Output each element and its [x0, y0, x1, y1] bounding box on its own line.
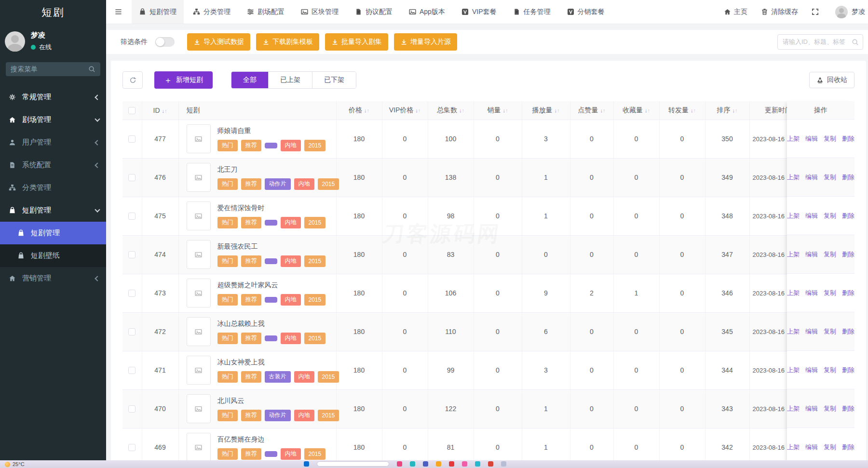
- action-link-上架[interactable]: 上架: [787, 289, 800, 297]
- refresh-button[interactable]: [122, 71, 143, 89]
- taskbar-app-icon[interactable]: [449, 461, 454, 467]
- action-link-上架[interactable]: 上架: [787, 404, 800, 413]
- thumbnail-placeholder[interactable]: [187, 279, 211, 308]
- recycle-bin-button[interactable]: 回收站: [809, 72, 854, 88]
- thumbnail-placeholder[interactable]: [187, 201, 211, 230]
- action-link-上架[interactable]: 上架: [787, 443, 800, 452]
- sort-icons[interactable]: ↓↑: [645, 107, 650, 113]
- navbar-username[interactable]: 梦凌: [852, 8, 868, 16]
- fullscreen-button[interactable]: [805, 0, 828, 24]
- action-link-编辑[interactable]: 编辑: [805, 327, 818, 336]
- action-link-编辑[interactable]: 编辑: [805, 250, 818, 259]
- action-link-删除[interactable]: 删除: [842, 404, 854, 413]
- column-header-ID[interactable]: ID↓↑: [142, 101, 178, 120]
- column-header-销量[interactable]: 销量↓↑: [474, 101, 522, 120]
- action-link-删除[interactable]: 删除: [842, 289, 854, 297]
- sort-icons[interactable]: ↓↑: [503, 107, 508, 113]
- taskbar-app-icon[interactable]: [410, 461, 415, 467]
- column-header-播放量[interactable]: 播放量↓↑: [522, 101, 570, 120]
- taskbar-search[interactable]: [317, 461, 389, 467]
- row-checkbox[interactable]: [128, 135, 136, 143]
- action-link-上架[interactable]: 上架: [787, 250, 800, 259]
- nav-tab-区块管理[interactable]: 区块管理: [294, 0, 346, 24]
- action-link-上架[interactable]: 上架: [787, 327, 800, 336]
- action-link-上架[interactable]: 上架: [787, 173, 800, 182]
- sidebar-item-常规管理[interactable]: 常规管理: [0, 86, 106, 108]
- taskbar-weather[interactable]: 25°C: [5, 461, 25, 467]
- row-checkbox[interactable]: [128, 251, 136, 258]
- sidebar-item-剧场管理[interactable]: 剧场管理: [0, 108, 106, 131]
- taskbar-app-icon[interactable]: [423, 461, 428, 467]
- sort-icons[interactable]: ↓↑: [555, 107, 560, 113]
- action-link-编辑[interactable]: 编辑: [805, 443, 818, 452]
- sort-icons[interactable]: ↓↑: [162, 108, 167, 114]
- sidebar-item-营销管理[interactable]: 营销管理: [0, 267, 106, 290]
- thumbnail-placeholder[interactable]: [187, 356, 211, 385]
- nav-tab-短剧管理[interactable]: 短剧管理: [132, 0, 184, 24]
- nav-tab-分类管理[interactable]: 分类管理: [186, 0, 238, 24]
- import-button-导入测试数据[interactable]: 导入测试数据: [187, 33, 250, 51]
- nav-action-主页[interactable]: 主页: [717, 0, 754, 24]
- row-checkbox[interactable]: [128, 213, 136, 220]
- action-link-删除[interactable]: 删除: [842, 327, 854, 336]
- action-link-删除[interactable]: 删除: [842, 212, 854, 220]
- add-drama-button[interactable]: ＋新增短剧: [154, 71, 213, 89]
- table-search-input[interactable]: 请输入ID、标题、标签: [777, 34, 863, 50]
- action-link-上架[interactable]: 上架: [787, 366, 800, 374]
- row-checkbox[interactable]: [128, 328, 136, 335]
- taskbar-app-icon[interactable]: [304, 461, 309, 467]
- import-button-下载剧集模板[interactable]: 下载剧集模板: [256, 33, 319, 51]
- column-header-转发量[interactable]: 转发量↓↑: [659, 101, 705, 120]
- sidebar-search-input[interactable]: 搜索菜单: [6, 62, 100, 76]
- action-link-复制[interactable]: 复制: [824, 289, 836, 297]
- status-tab-已上架[interactable]: 已上架: [268, 72, 312, 88]
- nav-tab-协议配置[interactable]: 协议配置: [348, 0, 400, 24]
- action-link-复制[interactable]: 复制: [824, 134, 836, 143]
- taskbar-app-icon[interactable]: [488, 461, 493, 467]
- action-link-复制[interactable]: 复制: [824, 443, 836, 452]
- action-link-复制[interactable]: 复制: [824, 404, 836, 413]
- taskbar-app-icon[interactable]: [462, 461, 467, 467]
- import-button-批量导入剧集[interactable]: 批量导入剧集: [325, 33, 388, 51]
- action-link-编辑[interactable]: 编辑: [805, 289, 818, 297]
- nav-tab-App版本[interactable]: App版本: [402, 0, 452, 24]
- sort-icons[interactable]: ↓↑: [459, 107, 464, 113]
- column-header-VIP价格[interactable]: VIP价格↓↑: [382, 101, 428, 120]
- taskbar-app-icon[interactable]: [436, 461, 441, 467]
- action-link-删除[interactable]: 删除: [842, 443, 854, 452]
- thumbnail-placeholder[interactable]: [187, 317, 211, 346]
- row-checkbox[interactable]: [128, 174, 136, 181]
- thumbnail-placeholder[interactable]: [187, 163, 211, 192]
- row-checkbox[interactable]: [128, 405, 136, 413]
- thumbnail-placeholder[interactable]: [187, 124, 211, 153]
- action-link-删除[interactable]: 删除: [842, 134, 854, 143]
- import-button-增量导入片源[interactable]: 增量导入片源: [394, 33, 457, 51]
- action-link-删除[interactable]: 删除: [842, 366, 854, 374]
- action-link-复制[interactable]: 复制: [824, 327, 836, 336]
- column-header-点赞量[interactable]: 点赞量↓↑: [570, 101, 613, 120]
- action-link-编辑[interactable]: 编辑: [805, 404, 818, 413]
- column-header-总集数[interactable]: 总集数↓↑: [428, 101, 474, 120]
- action-link-编辑[interactable]: 编辑: [805, 173, 818, 182]
- row-checkbox[interactable]: [128, 444, 136, 451]
- taskbar-app-icon[interactable]: [397, 461, 402, 467]
- status-tab-全部[interactable]: 全部: [231, 72, 268, 88]
- row-checkbox[interactable]: [128, 290, 136, 297]
- nav-action-清除缓存[interactable]: 清除缓存: [754, 0, 805, 24]
- sort-icons[interactable]: ↓↑: [415, 107, 420, 113]
- thumbnail-placeholder[interactable]: [187, 394, 211, 423]
- action-link-编辑[interactable]: 编辑: [805, 366, 818, 374]
- sidebar-subitem-短剧管理[interactable]: 短剧管理: [0, 222, 106, 244]
- sort-icons[interactable]: ↓↑: [691, 107, 696, 113]
- thumbnail-placeholder[interactable]: [187, 433, 211, 462]
- sidebar-item-短剧管理[interactable]: 短剧管理: [0, 199, 106, 222]
- navbar-avatar[interactable]: [835, 6, 848, 18]
- sidebar-subitem-短剧壁纸[interactable]: 短剧壁纸: [0, 244, 106, 267]
- filter-toggle[interactable]: [155, 37, 175, 47]
- sidebar-item-系统配置[interactable]: 系统配置: [0, 154, 106, 176]
- status-tab-已下架[interactable]: 已下架: [312, 72, 356, 88]
- action-link-删除[interactable]: 删除: [842, 173, 854, 182]
- nav-tab-剧场配置[interactable]: 剧场配置: [240, 0, 292, 24]
- column-header-排序[interactable]: 排序↓↑: [705, 101, 749, 120]
- sort-icons[interactable]: ↓↑: [600, 107, 606, 113]
